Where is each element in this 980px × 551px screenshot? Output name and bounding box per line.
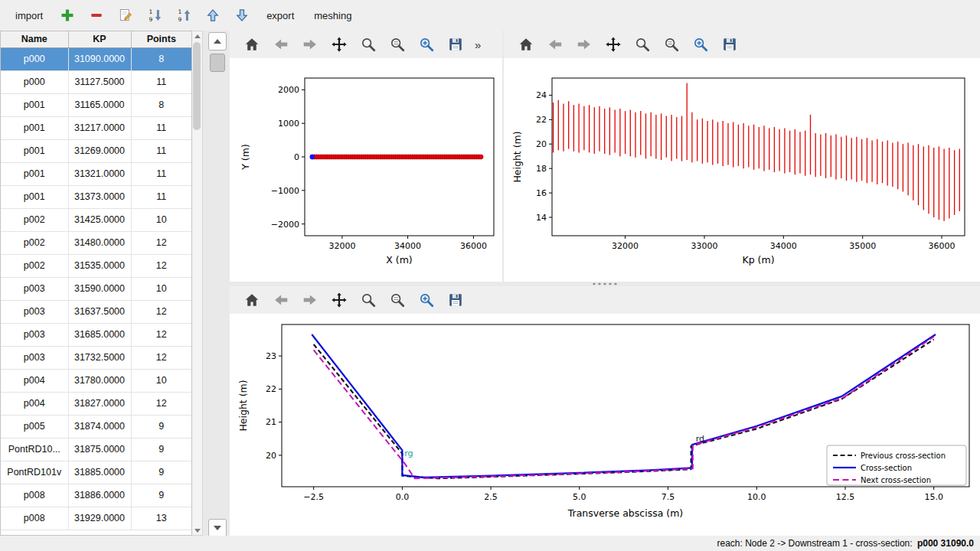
cell-points[interactable]: 12 xyxy=(131,254,191,277)
cell-points[interactable]: 13 xyxy=(131,507,191,530)
cell-kp[interactable]: 31637.5000 xyxy=(68,300,131,323)
table-row[interactable]: p00131217.000011 xyxy=(1,116,191,139)
cell-kp[interactable]: 31269.0000 xyxy=(68,139,131,162)
cell-kp[interactable]: 31321.0000 xyxy=(68,162,131,185)
customize-button[interactable] xyxy=(689,33,712,56)
cell-name[interactable]: p002 xyxy=(1,254,68,277)
back-button[interactable] xyxy=(544,33,567,56)
table-row[interactable]: p00831886.00009 xyxy=(1,484,191,507)
cell-name[interactable]: p003 xyxy=(1,277,68,300)
table-scrollbar-down-arrow[interactable] xyxy=(192,526,202,535)
cell-points[interactable]: 11 xyxy=(131,185,191,208)
column-header-points[interactable]: Points xyxy=(131,31,191,47)
back-button[interactable] xyxy=(270,289,292,311)
sort-descending-button[interactable]: 19 xyxy=(144,5,165,26)
export-button[interactable]: export xyxy=(260,7,300,24)
home-button[interactable] xyxy=(240,33,263,56)
table-row[interactable]: p00431780.000010 xyxy=(1,369,191,392)
cell-kp[interactable]: 31165.0000 xyxy=(68,93,131,116)
cell-kp[interactable]: 31373.0000 xyxy=(68,185,131,208)
table-row[interactable]: p00331590.000010 xyxy=(1,277,191,300)
cell-name[interactable]: p003 xyxy=(1,300,68,323)
column-header-kp[interactable]: KP xyxy=(68,31,131,47)
home-button[interactable] xyxy=(240,289,263,311)
zoom-button[interactable] xyxy=(631,33,654,56)
table-row[interactable]: p00331637.500012 xyxy=(1,300,191,323)
home-button[interactable] xyxy=(514,33,537,56)
subplots-button[interactable] xyxy=(386,33,409,56)
table-scrollbar-up-arrow[interactable] xyxy=(192,31,202,41)
cell-points[interactable]: 12 xyxy=(131,231,191,254)
add-cross-section-button[interactable] xyxy=(57,5,78,26)
table-scrollbar-thumb[interactable] xyxy=(193,42,201,130)
subplots-button[interactable] xyxy=(660,33,683,56)
cell-points[interactable]: 12 xyxy=(131,392,191,415)
cell-name[interactable]: p008 xyxy=(1,484,68,507)
table-row[interactable]: PontRD101v31885.00009 xyxy=(1,461,191,484)
table-row[interactable]: p00031127.500011 xyxy=(1,70,191,93)
cell-points[interactable]: 10 xyxy=(131,369,191,392)
back-button[interactable] xyxy=(270,33,292,56)
cell-points[interactable]: 12 xyxy=(131,300,191,323)
move-down-button[interactable] xyxy=(231,5,253,26)
cell-points[interactable]: 9 xyxy=(131,415,191,438)
cell-points[interactable]: 8 xyxy=(131,93,191,116)
cell-name[interactable]: p003 xyxy=(1,323,68,346)
table-row[interactable]: p00131269.000011 xyxy=(1,139,191,162)
cell-name[interactable]: p000 xyxy=(1,47,68,70)
table-row[interactable]: p00831929.000013 xyxy=(1,507,191,530)
table-row[interactable]: p00231480.000012 xyxy=(1,231,191,254)
cell-kp[interactable]: 31127.5000 xyxy=(68,70,131,93)
cell-name[interactable]: p001 xyxy=(1,116,68,139)
cell-kp[interactable]: 31874.0000 xyxy=(68,415,131,438)
table-row[interactable]: p00331732.500012 xyxy=(1,346,191,369)
cell-name[interactable]: p001 xyxy=(1,185,68,208)
zoom-button[interactable] xyxy=(357,33,380,56)
pan-button[interactable] xyxy=(328,289,351,311)
cell-name[interactable]: p003 xyxy=(1,346,68,369)
cell-name[interactable]: p005 xyxy=(1,415,68,438)
table-row[interactable]: p00131373.000011 xyxy=(1,185,191,208)
save-button[interactable] xyxy=(444,289,467,311)
customize-button[interactable] xyxy=(415,33,438,56)
column-header-name[interactable]: Name xyxy=(1,31,68,47)
cell-kp[interactable]: 31875.0000 xyxy=(68,438,131,461)
panel-scroll-down-button[interactable] xyxy=(208,519,227,537)
cell-kp[interactable]: 31732.5000 xyxy=(68,346,131,369)
forward-button[interactable] xyxy=(299,33,322,56)
cell-points[interactable]: 11 xyxy=(131,162,191,185)
panel-scrollbar-thumb[interactable] xyxy=(210,54,225,72)
cross-section-chart[interactable]: rgrdPrevious cross-sectionCross-sectionN… xyxy=(230,314,980,536)
cell-kp[interactable]: 31090.0000 xyxy=(68,47,131,70)
panel-scroll-up-button[interactable] xyxy=(208,32,227,51)
cell-kp[interactable]: 31885.0000 xyxy=(68,461,131,484)
cell-points[interactable]: 12 xyxy=(131,346,191,369)
table-row[interactable]: p00131321.000011 xyxy=(1,162,191,185)
move-up-button[interactable] xyxy=(202,5,224,26)
forward-button[interactable] xyxy=(573,33,596,56)
table-row[interactable]: p00031090.00008 xyxy=(1,47,191,70)
table-row[interactable]: p00131165.00008 xyxy=(1,93,191,116)
table-row[interactable]: p00231425.000010 xyxy=(1,208,191,231)
toolbar-overflow-chevron[interactable]: » xyxy=(475,38,481,51)
cell-points[interactable]: 11 xyxy=(131,116,191,139)
table-row[interactable]: p00231535.000012 xyxy=(1,254,191,277)
cell-kp[interactable]: 31780.0000 xyxy=(68,369,131,392)
cell-points[interactable]: 10 xyxy=(131,208,191,231)
cell-points[interactable]: 9 xyxy=(131,461,191,484)
cell-name[interactable]: p002 xyxy=(1,208,68,231)
cell-name[interactable]: p004 xyxy=(1,392,68,415)
cell-name[interactable]: p002 xyxy=(1,231,68,254)
cell-points[interactable]: 8 xyxy=(131,47,191,70)
cell-name[interactable]: p008 xyxy=(1,507,68,530)
cell-points[interactable]: 10 xyxy=(131,277,191,300)
edit-button[interactable] xyxy=(115,5,136,26)
cell-points[interactable]: 11 xyxy=(131,139,191,162)
plan-view-chart[interactable]: 320003400036000−2000−1000010002000X (m)Y… xyxy=(230,58,502,282)
save-button[interactable] xyxy=(444,33,467,56)
table-row[interactable]: PontRD10...31875.00009 xyxy=(1,438,191,461)
customize-button[interactable] xyxy=(415,289,438,311)
cell-name[interactable]: p001 xyxy=(1,139,68,162)
cell-kp[interactable]: 31685.0000 xyxy=(68,323,131,346)
pan-button[interactable] xyxy=(328,33,351,56)
